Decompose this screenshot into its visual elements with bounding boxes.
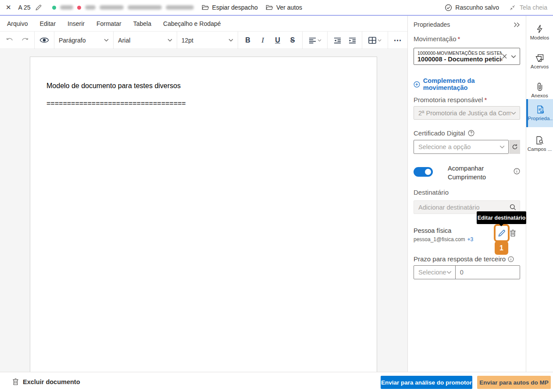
font-family-select[interactable]: Arial — [114, 32, 177, 49]
destinatario-label: Destinatário — [414, 189, 520, 196]
prazo-label: Prazo para resposta de terceiro — [414, 255, 506, 263]
paragraph-style-value: Parágrafo — [59, 37, 86, 44]
table-group — [362, 32, 388, 49]
font-size-value: 12pt — [182, 37, 193, 44]
enviar-analise-button[interactable]: Enviar para análise do promotor — [381, 376, 472, 389]
undo-redo-group — [0, 32, 35, 49]
tab-propriedades[interactable]: Proprieda... — [526, 99, 553, 127]
search-icon[interactable] — [510, 204, 516, 210]
more-group: ⋯ — [388, 32, 407, 49]
promotoria-label: Promotoria responsável* — [414, 96, 520, 103]
tab-acervos[interactable]: Acervos — [526, 51, 553, 72]
certificado-select[interactable]: Selecione a opção — [414, 140, 509, 154]
trash-icon — [510, 229, 516, 237]
underline-button[interactable]: U — [270, 34, 285, 47]
collapse-panel-icon[interactable] — [514, 22, 520, 28]
folder-icon — [202, 4, 209, 11]
lightning-icon — [536, 25, 543, 33]
document-text-line: Modelo de documento para testes diversos — [46, 82, 377, 90]
delete-recipient-button[interactable] — [510, 229, 516, 237]
enviar-autos-button[interactable]: Enviar para autos do MP — [477, 376, 551, 389]
preview-eye-button[interactable] — [37, 34, 52, 47]
editor-column: Arquivo Editar Inserir Formatar Tabela C… — [0, 16, 408, 372]
acompanhar-label: Acompanhar Cumprimento — [448, 164, 486, 182]
ver-autos-label: Ver autos — [276, 4, 302, 11]
prazo-unit-select[interactable]: Selecione — [414, 266, 456, 279]
close-icon[interactable]: ✕ — [6, 4, 11, 11]
movimentacao-label: Movimentação* — [414, 35, 520, 43]
chevron-down-icon — [318, 39, 321, 42]
table-button[interactable] — [364, 34, 385, 47]
prazo-label-row: Prazo para resposta de terceiro — [414, 255, 520, 263]
promotoria-value: 2ª Promotoria de Justiça da Coma — [418, 110, 511, 117]
document-search-icon — [536, 136, 543, 145]
ver-autos-button[interactable]: Ver autos — [266, 4, 302, 11]
recipient-more-link[interactable]: +3 — [467, 236, 474, 242]
chevron-down-icon[interactable] — [511, 55, 516, 58]
tab-campos[interactable]: Campos ... — [526, 133, 553, 154]
document-page[interactable]: Modelo de documento para testes diversos… — [30, 57, 377, 372]
info-icon[interactable] — [508, 256, 514, 262]
align-button[interactable] — [305, 34, 325, 47]
excluir-documento-button[interactable]: Excluir documento — [12, 378, 80, 385]
prazo-control: Selecione — [414, 265, 520, 279]
certificado-label-row: Certificado Digital — [414, 129, 520, 137]
clear-icon[interactable] — [502, 54, 507, 59]
chevron-down-icon — [228, 39, 233, 42]
indent-group — [328, 32, 362, 49]
bold-button[interactable]: B — [240, 34, 255, 47]
chevron-down-icon — [446, 271, 452, 274]
refresh-button[interactable] — [509, 140, 520, 154]
acompanhar-toggle[interactable] — [414, 167, 433, 177]
document-code-label: A 25 — [18, 4, 31, 11]
redo-button[interactable] — [17, 34, 32, 47]
required-asterisk: * — [484, 96, 487, 103]
recipient-email: pessoa_1@fisica.com — [414, 236, 465, 242]
menu-editar[interactable]: Editar — [39, 20, 56, 27]
menu-arquivo[interactable]: Arquivo — [7, 20, 28, 27]
properties-title: Propriedades — [414, 21, 450, 28]
check-circle-icon — [445, 4, 452, 11]
top-bar: ✕ A 25 Espiar despacho Ver autos Rascunh… — [0, 0, 553, 16]
font-family-value: Arial — [118, 37, 130, 44]
paragraph-style-select[interactable]: Parágrafo — [54, 32, 114, 49]
certificado-placeholder: Selecione a opção — [418, 143, 499, 150]
complemento-movimentacao-link[interactable]: Complemento da movimentação — [414, 77, 520, 91]
document-properties-icon — [537, 105, 545, 114]
indent-button[interactable] — [345, 34, 360, 47]
menu-formatar[interactable]: Formatar — [96, 20, 121, 27]
strikethrough-button[interactable]: S — [285, 34, 300, 47]
menu-inserir[interactable]: Inserir — [68, 20, 85, 27]
more-options-button[interactable]: ⋯ — [390, 34, 405, 47]
chevron-down-icon — [104, 39, 109, 42]
movimentacao-combobox[interactable]: 1000000-MOVIMENTAÇÕES DE SISTEMA 1000008… — [414, 48, 520, 65]
edit-title-icon[interactable] — [35, 4, 42, 11]
footer-bar: Excluir documento Enviar para análise do… — [0, 372, 553, 392]
outdent-button[interactable] — [330, 34, 345, 47]
espiar-despacho-label: Espiar despacho — [212, 4, 258, 11]
font-size-select[interactable]: 12pt — [177, 32, 238, 49]
info-icon[interactable] — [514, 168, 520, 182]
required-asterisk: * — [458, 35, 460, 43]
document-separator-line: ================================== — [46, 100, 377, 107]
italic-button[interactable]: I — [255, 34, 270, 47]
draft-saved-label: Rascunho salvo — [455, 4, 499, 11]
undo-button[interactable] — [2, 34, 17, 47]
pencil-icon — [497, 229, 506, 238]
documents-icon — [535, 54, 544, 62]
status-dot-green — [52, 6, 56, 10]
status-dot-red — [77, 6, 81, 10]
help-icon[interactable] — [468, 130, 475, 136]
annotation-badge: 1 — [495, 241, 508, 255]
menu-cabecalho-rodape[interactable]: Cabeçalho e Rodapé — [163, 20, 221, 27]
edit-recipient-button[interactable] — [494, 224, 510, 242]
tab-anexos[interactable]: Anexos — [526, 80, 553, 101]
tela-cheia-button[interactable]: Tela cheia — [520, 4, 547, 11]
tab-modelos[interactable]: Modelos — [526, 22, 553, 43]
espiar-despacho-button[interactable]: Espiar despacho — [202, 4, 258, 11]
menu-tabela[interactable]: Tabela — [133, 20, 151, 27]
folder-icon — [266, 4, 273, 11]
promotoria-select[interactable]: 2ª Promotoria de Justiça da Coma — [414, 106, 520, 120]
trash-icon — [12, 378, 19, 385]
exit-fullscreen-icon[interactable] — [510, 5, 515, 11]
